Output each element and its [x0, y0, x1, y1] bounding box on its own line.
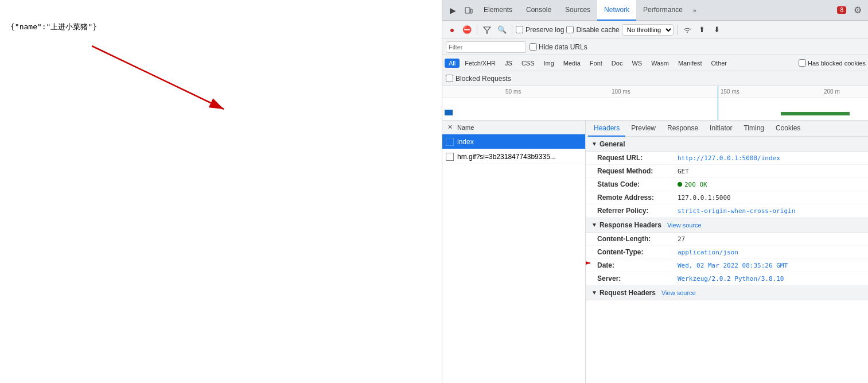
detail-tab-response[interactable]: Response [661, 121, 704, 137]
blocked-requests-checkbox[interactable] [446, 75, 453, 82]
main-content: ✕ Name index hm.gif?si=3b231847743b9335.… [442, 121, 868, 383]
general-title: General [600, 140, 625, 148]
svg-rect-2 [465, 7, 470, 13]
wifi-icon[interactable] [681, 24, 694, 36]
cursor-icon[interactable]: ▶ [445, 2, 461, 18]
toolbar-separator-3 [677, 25, 678, 35]
type-btn-other[interactable]: Other [707, 59, 731, 68]
type-btn-doc[interactable]: Doc [608, 59, 627, 68]
toolbar-separator-2 [512, 25, 512, 35]
svg-rect-3 [470, 9, 472, 13]
tab-network[interactable]: Network [597, 0, 636, 21]
type-filter-bar: All Fetch/XHR JS CSS Img Media Font Doc … [442, 55, 868, 71]
header-val-referrer-policy: strict-origin-when-cross-origin [678, 207, 795, 215]
devtools-panel: ▶ Elements Console Sources Network Perfo… [442, 0, 868, 383]
detail-tab-initiator[interactable]: Initiator [704, 121, 738, 137]
header-key-request-url: Request URL: [597, 154, 678, 162]
filter-input[interactable] [446, 41, 526, 53]
type-btn-media[interactable]: Media [559, 59, 585, 68]
svg-marker-4 [484, 27, 491, 33]
disable-cache-label: Disable cache [576, 26, 619, 34]
preserve-log-label: Preserve log [526, 26, 564, 34]
header-val-date: Wed, 02 Mar 2022 08:35:26 GMT [678, 262, 788, 269]
headers-content: ▼ General Request URL: http://127.0.0.1:… [586, 137, 868, 300]
name-column-header: Name [457, 124, 474, 131]
timeline-vertical-line [718, 86, 718, 120]
detail-tab-cookies[interactable]: Cookies [770, 121, 806, 137]
close-panel-button[interactable]: ✕ [446, 123, 454, 131]
tab-performance[interactable]: Performance [636, 0, 690, 21]
requests-panel: ✕ Name index hm.gif?si=3b231847743b9335.… [442, 121, 586, 383]
filter-bar: Hide data URLs [442, 39, 868, 55]
blocked-requests-label: Blocked Requests [456, 75, 511, 83]
upload-icon[interactable]: ⬆ [696, 24, 709, 36]
timeline-ruler: 50 ms 100 ms 150 ms 200 m [442, 86, 868, 98]
header-key-remote-address: Remote Address: [597, 194, 678, 202]
type-btn-img[interactable]: Img [540, 59, 558, 68]
ruler-label-200ms: 200 m [824, 88, 840, 95]
ruler-label-50ms: 50 ms [505, 88, 521, 95]
settings-icon[interactable]: ⚙ [850, 2, 866, 18]
request-headers-chevron: ▼ [591, 289, 597, 296]
type-btn-css[interactable]: CSS [517, 59, 539, 68]
ruler-label-150ms: 150 ms [721, 88, 739, 95]
has-blocked-cookies-group: Has blocked cookies [799, 59, 866, 67]
disable-cache-checkbox[interactable] [566, 26, 574, 33]
detail-tab-preview[interactable]: Preview [625, 121, 661, 137]
request-headers-section-header[interactable]: ▼ Request Headers View source [586, 285, 868, 300]
preserve-log-checkbox[interactable] [516, 26, 523, 33]
type-btn-all[interactable]: All [445, 59, 460, 68]
record-button[interactable]: ● [446, 24, 458, 36]
header-val-status-code: 200 OK [678, 181, 707, 188]
search-icon[interactable]: 🔍 [496, 24, 508, 36]
hide-data-urls-checkbox[interactable] [530, 43, 537, 51]
header-row-request-method: Request Method: GET [586, 165, 868, 178]
header-val-remote-address: 127.0.0.1:5000 [678, 194, 731, 202]
hide-data-urls-label: Hide data URLs [539, 43, 587, 51]
has-blocked-cookies-checkbox[interactable] [799, 59, 806, 67]
type-btn-manifest[interactable]: Manifest [674, 59, 706, 68]
timeline-bar-index [445, 110, 453, 115]
clear-button[interactable]: ⛔ [461, 24, 473, 36]
tab-sources[interactable]: Sources [558, 0, 597, 21]
device-toolbar-icon[interactable] [461, 2, 477, 18]
throttle-select[interactable]: No throttling [622, 24, 674, 36]
has-blocked-cookies-label: Has blocked cookies [808, 60, 866, 67]
detail-tab-headers[interactable]: Headers [588, 121, 625, 137]
header-key-content-length: Content-Length: [597, 235, 678, 243]
response-headers-chevron: ▼ [591, 222, 597, 228]
general-section-header[interactable]: ▼ General [586, 137, 868, 152]
header-row-status-code: Status Code: 200 OK [586, 178, 868, 191]
response-headers-section-header[interactable]: ▼ Response Headers View source [586, 218, 868, 233]
filter-icon[interactable] [481, 24, 493, 36]
header-row-content-length: Content-Length: 27 [586, 233, 868, 246]
type-btn-font[interactable]: Font [586, 59, 606, 68]
response-headers-view-source[interactable]: View source [667, 222, 702, 229]
preserve-log-group: Preserve log [516, 26, 564, 34]
header-row-content-type: Content-Type: application/json [586, 246, 868, 259]
request-headers-title: Request Headers [600, 289, 656, 297]
tab-console[interactable]: Console [519, 0, 558, 21]
header-row-date: Date: Wed, 02 Mar 2022 08:35:26 GMT [586, 259, 868, 272]
header-row-referrer-policy: Referrer Policy: strict-origin-when-cros… [586, 204, 868, 218]
type-btn-wasm[interactable]: Wasm [647, 59, 673, 68]
type-btn-js[interactable]: JS [501, 59, 516, 68]
header-val-request-method: GET [678, 168, 689, 175]
header-row-request-url: Request URL: http://127.0.0.1:5000/index [586, 152, 868, 165]
more-tabs-button[interactable]: » [690, 7, 700, 14]
download-icon[interactable]: ⬇ [711, 24, 723, 36]
request-item-hmgif[interactable]: hm.gif?si=3b231847743b9335... [442, 149, 585, 164]
general-chevron: ▼ [591, 141, 597, 147]
request-item-index[interactable]: index [442, 134, 585, 149]
detail-tab-timing[interactable]: Timing [738, 121, 770, 137]
tab-elements[interactable]: Elements [477, 0, 519, 21]
type-btn-fetch-xhr[interactable]: Fetch/XHR [461, 59, 500, 68]
network-toolbar: ● ⛔ 🔍 Preserve log Disable cache No thro… [442, 21, 868, 39]
json-display: {"name":"上进小菜猪"} [10, 22, 97, 32]
header-row-server: Server: Werkzeug/2.0.2 Python/3.8.10 [586, 272, 868, 285]
hide-data-urls-group: Hide data URLs [530, 43, 587, 51]
header-val-server: Werkzeug/2.0.2 Python/3.8.10 [678, 275, 784, 283]
timeline-area: 50 ms 100 ms 150 ms 200 m [442, 86, 868, 121]
type-btn-ws[interactable]: WS [628, 59, 646, 68]
request-headers-view-source[interactable]: View source [661, 289, 696, 296]
